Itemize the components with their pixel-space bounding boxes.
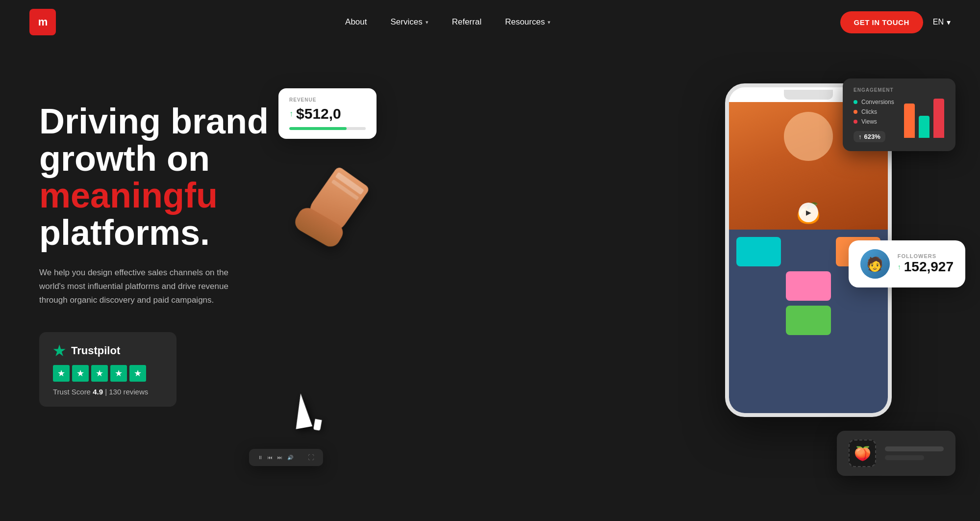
revenue-bar-fill (289, 127, 347, 130)
legend-clicks: Clicks (854, 108, 894, 115)
revenue-label: REVENUE (289, 97, 366, 103)
chevron-down-icon: ▾ (947, 18, 951, 27)
hero-title: Driving brand growth on meaningfu platfo… (39, 103, 269, 251)
bottom-product-card: 🍑 (837, 431, 955, 476)
next-icon: ⏭ (277, 455, 282, 460)
followers-label: FOLLOWERS (898, 253, 954, 259)
chevron-down-icon: ▾ (426, 19, 428, 26)
followers-card: 🧑 FOLLOWERS ↑ 152,927 (849, 240, 965, 287)
trustpilot-score: Trust Score 4.9 | 130 reviews (53, 388, 163, 396)
followers-info: FOLLOWERS ↑ 152,927 (898, 253, 954, 275)
grid-cell-5 (786, 271, 830, 301)
trustpilot-header: ★ Trustpilot (53, 343, 163, 359)
star-3: ★ (91, 365, 108, 382)
grid-cell-7 (736, 306, 781, 335)
pause-icon: ⏸ (258, 455, 263, 460)
nav-right: GET IN TOUCH EN ▾ (840, 11, 951, 33)
bar-clicks (904, 104, 915, 138)
hero-subtitle: We help you design effective sales chann… (39, 266, 255, 307)
bottom-card-lines (885, 446, 944, 460)
revenue-arrow-icon: ↑ (289, 109, 293, 118)
phone-notch (784, 90, 833, 100)
star-5: ★ (129, 365, 146, 382)
card-line-1 (885, 446, 944, 451)
language-selector[interactable]: EN ▾ (933, 18, 951, 27)
hand-illustration (311, 168, 364, 235)
hero-left: Driving brand growth on meaningfu platfo… (39, 74, 269, 407)
engagement-legend: Conversions Clicks Views (854, 99, 894, 125)
play-button[interactable]: ▶ (799, 203, 818, 222)
logo-text: m (38, 16, 48, 28)
legend-conversions: Conversions (854, 99, 894, 105)
grid-cell-2 (786, 237, 830, 266)
product-icon: 🍑 (849, 440, 876, 467)
get-in-touch-button[interactable]: GET IN TOUCH (840, 11, 923, 33)
percent-arrow-icon: ↑ (858, 133, 862, 140)
grid-cell-8 (786, 306, 830, 335)
cursor-illustration (290, 390, 326, 434)
bar-views (933, 99, 944, 138)
hero-section: Driving brand growth on meaningfu platfo… (0, 44, 980, 495)
star-1: ★ (53, 365, 70, 382)
nav-item-services[interactable]: Services ▾ (391, 17, 428, 27)
card-line-2 (885, 455, 924, 460)
nav-item-referral[interactable]: Referral (452, 17, 481, 27)
engagement-card: ENGAGEMENT Conversions Clicks (843, 78, 955, 151)
revenue-progress-bar (289, 127, 366, 130)
engagement-label: ENGAGEMENT (854, 87, 945, 93)
conversions-dot (854, 100, 857, 104)
clicks-dot (854, 110, 857, 114)
prev-icon: ⏮ (268, 455, 273, 460)
trustpilot-brand: Trustpilot (71, 344, 120, 357)
hero-right: REVENUE ↑ $512,0 ENGAGEMENT Conversions (288, 74, 951, 491)
followers-avatar: 🧑 (860, 249, 890, 279)
followers-count: ↑ 152,927 (898, 259, 954, 275)
revenue-amount: ↑ $512,0 (289, 105, 366, 122)
video-controls-bar: ⏸ ⏮ ⏭ 🔊 ⛶ (249, 449, 323, 466)
navbar: m About Services ▾ Referral Resources ▾ … (0, 0, 980, 44)
followers-arrow-icon: ↑ (898, 263, 901, 271)
trustpilot-widget: ★ Trustpilot ★ ★ ★ ★ ★ Trust Score 4.9 |… (39, 332, 176, 407)
trustpilot-stars: ★ ★ ★ ★ ★ (53, 365, 163, 382)
speaker-icon: 🔊 (287, 455, 293, 460)
nav-links: About Services ▾ Referral Resources ▾ (345, 17, 551, 27)
grid-cell-9 (836, 306, 880, 335)
expand-icon: ⛶ (308, 454, 314, 461)
nav-item-about[interactable]: About (345, 17, 367, 27)
nav-item-resources[interactable]: Resources ▾ (505, 17, 551, 27)
legend-views: Views (854, 118, 894, 125)
logo[interactable]: m (29, 9, 56, 35)
revenue-card: REVENUE ↑ $512,0 (278, 88, 377, 139)
chevron-down-icon: ▾ (548, 19, 551, 26)
views-dot (854, 120, 857, 124)
grid-cell-1 (736, 237, 781, 266)
trustpilot-star-icon: ★ (53, 343, 65, 359)
engagement-percent: ↑ 623% (854, 131, 885, 142)
star-4: ★ (110, 365, 127, 382)
grid-cell-4 (736, 271, 781, 301)
bar-conversions (919, 116, 930, 138)
star-2: ★ (72, 365, 89, 382)
